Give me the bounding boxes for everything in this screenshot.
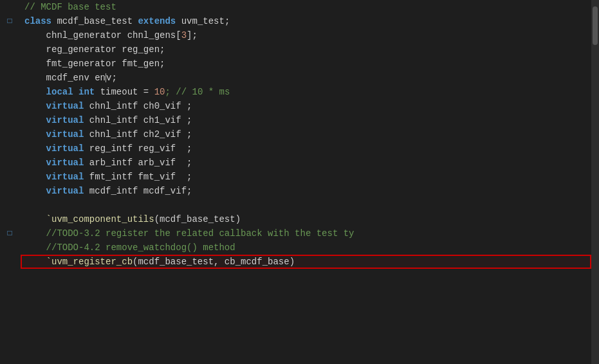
- gutter-line-12: [0, 170, 19, 184]
- gutter-line-6: [0, 85, 19, 99]
- token-9-0: [24, 127, 46, 141]
- scrollbar-thumb[interactable]: [593, 6, 598, 45]
- code-line-5: mcdf_env env;: [22, 71, 591, 85]
- code-line-17: //TODO-4.2 remove_watchdog() method: [22, 241, 591, 255]
- token-8-1: virtual: [46, 113, 89, 127]
- gutter-line-3: [0, 42, 19, 57]
- token-7-1: virtual: [46, 99, 89, 113]
- token-6-4: 10: [154, 85, 165, 99]
- gutter-line-2: [0, 28, 19, 42]
- token-13-2: mcdf_intf mcdf_vif;: [89, 184, 192, 198]
- code-line-2: chnl_generator chnl_gens[3];: [22, 28, 591, 42]
- code-line-13: virtual mcdf_intf mcdf_vif;: [22, 184, 591, 198]
- code-line-12: virtual fmt_intf fmt_vif ;: [22, 170, 591, 184]
- gutter-line-1: □: [0, 14, 19, 28]
- token-15-0: `uvm_component_utils: [24, 212, 154, 226]
- token-17-0: [24, 241, 46, 255]
- token-8-0: [24, 113, 46, 127]
- gutter-line-15: [0, 212, 19, 226]
- token-2-1: 3: [181, 28, 187, 42]
- token-15-1: (mcdf_base_test): [154, 212, 241, 226]
- code-line-0: // MCDF base test: [22, 0, 591, 14]
- token-8-2: chnl_intf ch1_vif ;: [89, 113, 192, 127]
- token-6-3: timeout =: [100, 85, 154, 99]
- token-1-0: class: [24, 14, 57, 28]
- token-18-1: (mcdf_base_test, cb_mcdf_base): [133, 255, 295, 269]
- token-7-0: [24, 99, 46, 113]
- token-13-0: [24, 184, 46, 198]
- code-line-7: virtual chnl_intf ch0_vif ;: [22, 99, 591, 113]
- code-content[interactable]: // MCDF base testclass mcdf_base_test ex…: [19, 0, 591, 364]
- token-6-5: ; // 10 * ms: [165, 85, 230, 99]
- token-1-2: extends: [138, 14, 181, 28]
- gutter-line-8: [0, 113, 19, 127]
- gutter-line-5: [0, 71, 19, 85]
- token-9-1: virtual: [46, 127, 89, 141]
- token-6-0: [24, 85, 46, 99]
- gutter-line-10: [0, 141, 19, 156]
- gutter-line-7: [0, 99, 19, 113]
- text-cursor: [106, 73, 106, 82]
- token-13-1: virtual: [46, 184, 89, 198]
- vertical-scrollbar[interactable]: [591, 0, 599, 364]
- code-line-9: virtual chnl_intf ch2_vif ;: [22, 127, 591, 141]
- token-3-0: reg_generator reg_gen;: [24, 42, 165, 57]
- code-editor: □□ // MCDF base testclass mcdf_base_test…: [0, 0, 599, 364]
- token-16-1: //TODO-3.2 register the related callback…: [46, 226, 355, 241]
- code-line-18: `uvm_register_cb(mcdf_base_test, cb_mcdf…: [21, 255, 591, 269]
- token-12-1: virtual: [46, 170, 89, 184]
- gutter-line-11: [0, 156, 19, 170]
- line-gutter: □□: [0, 0, 19, 364]
- code-line-6: local int timeout = 10; // 10 * ms: [22, 85, 591, 99]
- token-1-1: mcdf_base_test: [57, 14, 138, 28]
- code-line-1: class mcdf_base_test extends uvm_test;: [22, 14, 591, 28]
- code-line-4: fmt_generator fmt_gen;: [22, 57, 591, 71]
- code-line-11: virtual arb_intf arb_vif ;: [22, 156, 591, 170]
- code-line-10: virtual reg_intf reg_vif ;: [22, 141, 591, 156]
- token-10-0: [24, 141, 46, 156]
- gutter-line-14: [0, 198, 19, 212]
- code-line-15: `uvm_component_utils(mcdf_base_test): [22, 212, 591, 226]
- code-line-16: //TODO-3.2 register the related callback…: [22, 226, 591, 241]
- token-0-0: // MCDF base test: [24, 0, 116, 14]
- code-line-3: reg_generator reg_gen;: [22, 42, 591, 57]
- code-line-14: [22, 198, 591, 212]
- token-2-2: ];: [187, 28, 198, 42]
- token-2-0: chnl_generator chnl_gens[: [24, 28, 181, 42]
- gutter-line-0: [0, 0, 19, 14]
- gutter-line-4: [0, 57, 19, 71]
- token-11-2: arb_intf arb_vif ;: [89, 156, 192, 170]
- token-18-0: `uvm_register_cb: [24, 255, 133, 269]
- token-16-0: [24, 226, 46, 241]
- gutter-line-17: [0, 241, 19, 255]
- gutter-line-16: □: [0, 226, 19, 241]
- token-9-2: chnl_intf ch2_vif ;: [89, 127, 192, 141]
- token-12-2: fmt_intf fmt_vif ;: [89, 170, 192, 184]
- gutter-line-9: [0, 127, 19, 141]
- token-5-0: mcdf_env env;: [24, 71, 117, 85]
- token-11-0: [24, 156, 46, 170]
- token-12-0: [24, 170, 46, 184]
- token-4-0: fmt_generator fmt_gen;: [24, 57, 165, 71]
- token-10-2: reg_intf reg_vif ;: [89, 141, 192, 156]
- token-6-1: local: [46, 85, 78, 99]
- gutter-line-18: [0, 255, 19, 269]
- token-7-2: chnl_intf ch0_vif ;: [89, 99, 192, 113]
- gutter-line-13: [0, 184, 19, 198]
- token-1-3: uvm_test;: [181, 14, 230, 28]
- token-17-1: //TODO-4.2 remove_watchdog() method: [46, 241, 235, 255]
- token-10-1: virtual: [46, 141, 89, 156]
- token-11-1: virtual: [46, 156, 89, 170]
- code-line-8: virtual chnl_intf ch1_vif ;: [22, 113, 591, 127]
- token-6-2: int: [78, 85, 100, 99]
